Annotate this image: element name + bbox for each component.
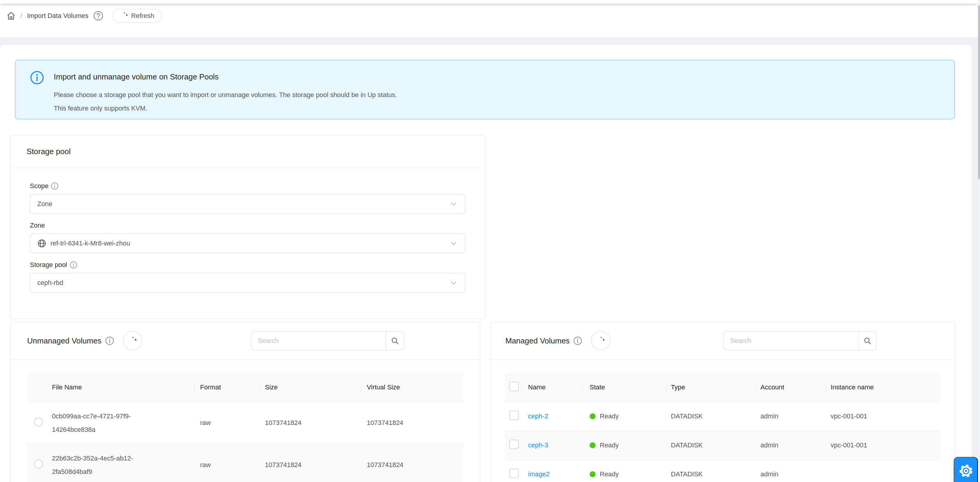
type-value: DATADISK	[666, 431, 756, 460]
scope-select-value: Zone	[37, 200, 450, 208]
unmanaged-refresh-button[interactable]	[123, 331, 142, 350]
storage-pool-card: Storage pool Scope Zone Zone ref-trl-634…	[10, 135, 485, 319]
radio-button[interactable]	[34, 417, 43, 426]
managed-volumes-panel: Managed Volumes Name	[490, 322, 956, 482]
scrollbar-thumb[interactable]	[978, 5, 980, 179]
managed-search	[724, 331, 877, 350]
size-value: 1073741824	[259, 402, 361, 444]
unmanaged-table: File Name Format Size Virtual Size 0cb09…	[27, 373, 463, 482]
format-value: raw	[195, 402, 259, 444]
radio-button[interactable]	[34, 460, 43, 469]
info-circle-icon	[30, 70, 44, 85]
volume-name-link[interactable]: ceph-3	[528, 441, 548, 449]
unmanaged-search-input[interactable]	[251, 331, 386, 350]
status-dot	[590, 471, 596, 477]
state-value: Ready	[600, 441, 619, 449]
storage-pool-label: Storage pool	[30, 261, 67, 269]
table-row[interactable]: 0cb099aa-cc7e-4721-97f9-14264bce838a raw…	[27, 402, 463, 444]
managed-search-input[interactable]	[724, 331, 858, 350]
column-header-state[interactable]: State	[582, 373, 666, 402]
refresh-button-label: Refresh	[131, 12, 154, 20]
state-value: Ready	[600, 412, 619, 420]
status-dot	[590, 442, 596, 448]
instance-name-value: vpc-001-001	[826, 402, 940, 431]
account-value: admin	[756, 402, 826, 431]
search-icon	[864, 337, 871, 345]
account-value: admin	[756, 460, 826, 482]
storage-pool-label-row: Storage pool	[30, 261, 465, 269]
file-name: 22b63c2b-352a-4ec5-ab12-2fa508d4baf9	[52, 452, 145, 479]
managed-panel-header: Managed Volumes	[490, 322, 956, 360]
question-circle-icon[interactable]	[93, 11, 103, 21]
file-name: 0cb099aa-cc7e-4721-97f9-14264bce838a	[52, 409, 145, 436]
chevron-down-icon	[450, 278, 458, 287]
info-circle-icon[interactable]	[573, 336, 582, 345]
info-circle-icon[interactable]	[70, 261, 77, 269]
managed-table: Name State Type Account Instance name ce…	[505, 373, 940, 482]
alert-title: Import and unmanage volume on Storage Po…	[54, 72, 219, 81]
column-header-file-name[interactable]: File Name	[46, 373, 195, 402]
managed-panel-title: Managed Volumes	[505, 336, 570, 345]
refresh-button[interactable]: Refresh	[112, 9, 162, 23]
storage-pool-form: Scope Zone Zone ref-trl-6341-k-Mr8-wei-z…	[10, 168, 485, 293]
unmanaged-panel-header: Unmanaged Volumes	[10, 322, 480, 360]
managed-refresh-button[interactable]	[591, 331, 610, 350]
info-circle-icon[interactable]	[105, 336, 114, 345]
home-icon[interactable]	[6, 11, 16, 21]
checkbox[interactable]	[509, 382, 519, 391]
scope-select[interactable]: Zone	[30, 194, 465, 214]
breadcrumb-separator: /	[20, 12, 22, 20]
zone-label-row: Zone	[30, 221, 465, 229]
storage-pool-card-title: Storage pool	[10, 135, 485, 168]
storage-pool-select[interactable]: ceph-rbd	[30, 273, 465, 293]
zone-select[interactable]: ref-trl-6341-k-Mr8-wei-zhou	[30, 234, 465, 253]
table-row[interactable]: 22b63c2b-352a-4ec5-ab12-2fa508d4baf9 raw…	[27, 444, 463, 482]
checkbox[interactable]	[509, 440, 519, 449]
info-circle-icon[interactable]	[51, 182, 59, 190]
reload-icon	[597, 337, 605, 345]
column-header-virtual-size[interactable]: Virtual Size	[361, 373, 463, 402]
column-header-size[interactable]: Size	[259, 373, 361, 402]
column-header-format[interactable]: Format	[195, 373, 259, 402]
scope-label: Scope	[30, 182, 48, 190]
type-value: DATADISK	[666, 402, 756, 431]
unmanaged-radio-header	[27, 373, 46, 402]
main-content: Import and unmanage volume on Storage Po…	[0, 45, 972, 482]
column-header-name[interactable]: Name	[528, 373, 582, 402]
globe-icon	[37, 239, 46, 248]
state-value: Ready	[600, 470, 619, 478]
unmanaged-search	[251, 331, 404, 350]
reload-icon	[129, 337, 137, 345]
volume-name-link[interactable]: ceph-2	[528, 412, 548, 420]
settings-button[interactable]	[954, 457, 978, 482]
gear-icon	[959, 464, 973, 478]
unmanaged-search-button[interactable]	[386, 331, 404, 350]
zone-select-value: ref-trl-6341-k-Mr8-wei-zhou	[51, 240, 450, 247]
checkbox[interactable]	[509, 410, 519, 420]
top-shadow-strip	[0, 0, 978, 3]
breadcrumb-current: Import Data Volumes	[27, 12, 88, 20]
unmanaged-volumes-panel: Unmanaged Volumes File Name	[10, 322, 480, 482]
unmanaged-panel-title: Unmanaged Volumes	[27, 336, 102, 345]
type-value: DATADISK	[666, 460, 756, 482]
table-row[interactable]: image2 Ready DATADISK admin	[505, 460, 940, 482]
table-row[interactable]: ceph-3 Ready DATADISK admin vpc-001-001	[505, 431, 940, 460]
scrollbar-track[interactable]	[978, 0, 980, 482]
size-value: 1073741824	[259, 444, 361, 482]
column-header-account[interactable]: Account	[756, 373, 826, 402]
header-bar: / Import Data Volumes Refresh	[0, 0, 978, 38]
scope-label-row: Scope	[30, 182, 465, 190]
virtual-size-value: 1073741824	[361, 444, 463, 482]
virtual-size-value: 1073741824	[361, 402, 463, 444]
account-value: admin	[756, 431, 826, 460]
volume-name-link[interactable]: image2	[528, 470, 550, 478]
storage-pool-select-value: ceph-rbd	[37, 279, 450, 287]
column-header-type[interactable]: Type	[666, 373, 756, 402]
alert-description-line1: Please choose a storage pool that you wa…	[54, 88, 397, 102]
chevron-down-icon	[450, 239, 458, 248]
table-row[interactable]: ceph-2 Ready DATADISK admin vpc-001-001	[505, 402, 940, 431]
breadcrumb: / Import Data Volumes Refresh	[6, 9, 162, 23]
checkbox[interactable]	[509, 469, 519, 478]
column-header-instance-name[interactable]: Instance name	[826, 373, 940, 402]
managed-search-button[interactable]	[858, 331, 877, 350]
